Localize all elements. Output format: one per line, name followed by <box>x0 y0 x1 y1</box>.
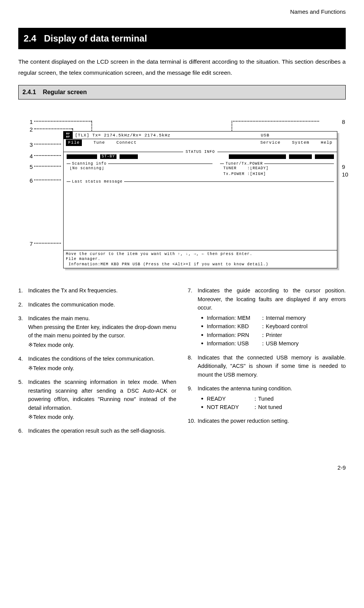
desc-4-main: Indicates the conditions of the telex co… <box>28 356 155 362</box>
leader-7 <box>34 243 61 244</box>
desc-6-num: 6. <box>18 427 28 435</box>
terminal-title-row: MF HF [TLX] Tx= 2174.5kHz/Rx= 2174.5kHz … <box>64 132 337 139</box>
section-number: 2.4 <box>24 33 36 43</box>
leader-1v <box>91 121 92 132</box>
callout-4: 4 <box>26 152 33 161</box>
bullet-prn: ●Information: PRN：Printer <box>198 331 346 339</box>
status-info-label: STATUS INFO <box>183 150 217 154</box>
desc-5-note: ※Telex mode only. <box>28 413 176 421</box>
section-title: 2.4 Display of data terminal <box>18 28 346 49</box>
last-status-box: Last status message <box>67 181 334 235</box>
desc-7-num: 7. <box>188 286 198 348</box>
desc-2-num: 2. <box>18 300 28 309</box>
desc-1-num: 1. <box>18 286 28 295</box>
subsection-title-text: Regular screen <box>43 89 87 95</box>
desc-4-text: Indicates the conditions of the telex co… <box>28 355 176 372</box>
descriptions-right: 7. Indicates the guide according to the … <box>188 286 346 441</box>
desc-9-bullets: ●READY：Tuned ●NOT READY：Not tuned <box>198 395 346 412</box>
bullet-usb: ●Information: USB：USB Memory <box>198 339 346 348</box>
callout-8: 8 <box>342 118 353 127</box>
callout-7: 7 <box>26 240 33 249</box>
callout-5: 5 <box>26 163 33 172</box>
section-title-text: Display of data terminal <box>44 33 147 43</box>
descriptions-left: 1. Indicates the Tx and Rx frequencies. … <box>18 286 176 441</box>
menu-system[interactable]: System <box>292 140 310 146</box>
desc-6-text: Indicates the operation result such as t… <box>28 427 176 435</box>
status-block-1 <box>67 154 97 159</box>
scanning-legend: Scanning info <box>70 161 108 167</box>
page-number: 2-9 <box>18 464 346 472</box>
tuner-box: Tuner/Tx.POWER TUNER :[READY] Tx.POWER :… <box>220 164 334 179</box>
status-block-3 <box>229 154 286 159</box>
leader-4 <box>34 155 61 156</box>
scanning-info-box: Scanning info [No scanning] <box>67 164 212 179</box>
desc-3: 3. Indicates the main menu. When pressin… <box>18 314 176 349</box>
menu-tune[interactable]: Tune <box>93 140 105 146</box>
desc-7: 7. Indicates the guide according to the … <box>188 286 346 348</box>
usb-indicator: USB <box>261 132 337 139</box>
desc-5-text: Indicates the scanning information in te… <box>28 378 176 421</box>
subsection-number: 2.4.1 <box>22 89 36 95</box>
leader-3 <box>34 144 61 144</box>
leader-8h <box>231 121 319 122</box>
desc-2-text: Indicates the communication mode. <box>28 300 176 309</box>
terminal-footer: Move the cursor to the item you want wit… <box>64 250 337 268</box>
info-row: Scanning info [No scanning] Tuner/Tx.POW… <box>64 160 337 179</box>
desc-9-text: Indicates the antenna tuning condition. … <box>198 384 346 411</box>
desc-3-text: Indicates the main menu. When pressing t… <box>28 314 176 349</box>
desc-10-text: Indicates the power reduction setting. <box>198 417 346 425</box>
desc-8-text: Indicates that the connected USB memory … <box>198 353 346 379</box>
bullet-mem: ●Information: MEM：Internal memory <box>198 314 346 322</box>
leader-2h <box>34 128 72 129</box>
main-menu: File Tune Connect Service System Help <box>64 139 337 146</box>
desc-4-num: 4. <box>18 355 28 372</box>
subsection-title: 2.4.1 Regular screen <box>18 85 346 99</box>
desc-4: 4. Indicates the conditions of the telex… <box>18 355 176 372</box>
desc-5-main: Indicates the scanning information in te… <box>28 379 176 411</box>
desc-5-num: 5. <box>18 378 28 421</box>
status-info-header: STATUS INFO <box>64 147 337 152</box>
desc-5: 5. Indicates the scanning information in… <box>18 378 176 421</box>
footer-line-3: Information:MEM KBD PRN USB (Press the <… <box>66 262 268 266</box>
callout-3: 3 <box>26 141 33 149</box>
stby-indicator: ST-BY <box>100 154 117 159</box>
diagram: 1 2 3 4 5 6 7 8 9 10 MF HF [TLX] Tx= 217… <box>26 111 338 275</box>
status-block-4 <box>289 154 312 159</box>
desc-3-num: 3. <box>18 314 28 349</box>
frequency-text: [TLX] Tx= 2174.5kHz/Rx= 2174.5kHz <box>73 132 261 139</box>
footer-line-1: Move the cursor to the item you want wit… <box>66 252 252 256</box>
txpower-line: Tx.POWER :[HIGH] <box>223 171 331 177</box>
badge-mf: MF <box>64 132 73 135</box>
leader-6 <box>34 180 61 180</box>
status-block-5 <box>315 154 334 159</box>
mfhf-badge: MF HF <box>64 132 73 139</box>
leader-1h <box>34 121 91 122</box>
last-status-legend: Last status message <box>70 179 124 184</box>
leader-8v <box>231 121 232 132</box>
menu-service[interactable]: Service <box>260 140 281 146</box>
bullet-not-ready: ●NOT READY：Not tuned <box>198 403 346 411</box>
desc-10: 10. Indicates the power reduction settin… <box>188 417 346 425</box>
desc-9: 9. Indicates the antenna tuning conditio… <box>188 384 346 411</box>
desc-4-note: ※Telex mode only. <box>28 364 176 372</box>
desc-8: 8. Indicates that the connected USB memo… <box>188 353 346 379</box>
desc-3-note: ※Telex mode only. <box>28 341 176 349</box>
desc-9-main: Indicates the antenna tuning condition. <box>198 385 292 391</box>
desc-9-num: 9. <box>188 384 198 411</box>
menu-file[interactable]: File <box>66 140 82 146</box>
section-intro: The content displayed on the LCD screen … <box>18 56 346 79</box>
menu-help[interactable]: Help <box>321 140 332 146</box>
desc-3-main: Indicates the main menu. When pressing t… <box>28 315 176 338</box>
menu-connect[interactable]: Connect <box>117 140 137 146</box>
desc-1: 1. Indicates the Tx and Rx frequencies. <box>18 286 176 295</box>
desc-1-text: Indicates the Tx and Rx frequencies. <box>28 286 176 295</box>
desc-7-text: Indicates the guide according to the cur… <box>198 286 346 348</box>
desc-10-num: 10. <box>188 417 198 425</box>
badge-hf: HF <box>64 135 73 138</box>
terminal-screen: MF HF [TLX] Tx= 2174.5kHz/Rx= 2174.5kHz … <box>63 131 337 268</box>
desc-2: 2. Indicates the communication mode. <box>18 300 176 309</box>
desc-8-num: 8. <box>188 353 198 379</box>
page-header-right: Names and Functions <box>18 8 346 16</box>
callout-6: 6 <box>26 176 33 185</box>
tuner-legend: Tuner/Tx.POWER <box>224 161 264 167</box>
